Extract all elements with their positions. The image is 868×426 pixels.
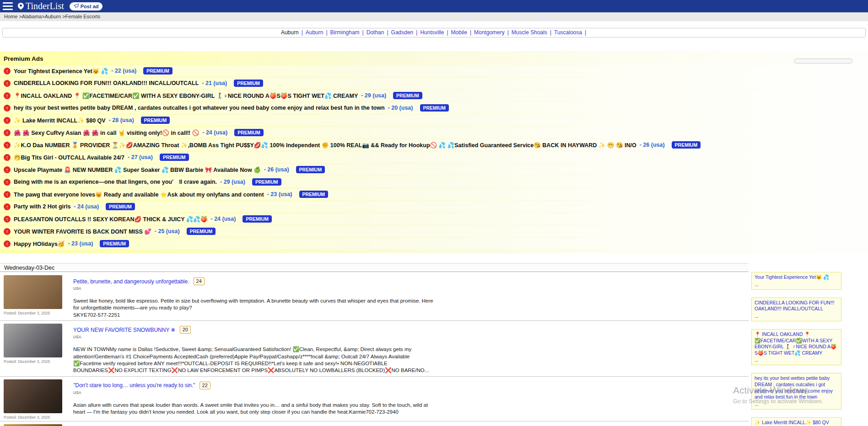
premium-ad-title-link[interactable]: 🌺 🌺 Sexy CuRvy Asian 🌺 🌺 in call 🤘 visit…: [14, 129, 199, 136]
premium-ad-age: - 26 (usa): [640, 142, 665, 148]
premium-badge: PREMIUM: [143, 67, 173, 75]
sidebar-ad-title-link[interactable]: CINDERELLA LOOKING FOR FUN!!! OAKLAND!!!…: [755, 300, 838, 312]
sidebar-ad-ellipsis: ...: [755, 313, 838, 319]
premium-ad-age: - 27 (usa): [128, 154, 153, 160]
premium-ad-row[interactable]: PLEASANTON OUTCALLS !! SEXY KOREAN💋 THIC…: [0, 213, 868, 224]
listing-country: USA: [73, 390, 745, 395]
premium-ad-row[interactable]: hey its your best wettes petite baby DRE…: [0, 102, 868, 113]
premium-ad-row[interactable]: 🌺 🌺 Sexy CuRvy Asian 🌺 🌺 in call 🤘 visit…: [0, 127, 868, 138]
posted-date: Posted: December 3, 2025: [4, 415, 72, 420]
premium-ad-row[interactable]: CINDERELLA LOOKING FOR FUN!!! OAKLAND!!!…: [0, 78, 868, 89]
premium-ad-age: - 26 (usa): [264, 166, 289, 173]
premium-ad-title-link[interactable]: ✨ Lake Merritt INCALL✨ $80 QV: [14, 117, 106, 124]
up-arrow-icon: [4, 166, 11, 173]
premium-ad-row[interactable]: Being with me is an experience—one that …: [0, 176, 868, 187]
premium-ad-row[interactable]: Party with 2 Hot girls - 24 (usa) PREMIU…: [0, 201, 868, 212]
listing-title-link[interactable]: "Don't stare too long… unless you're rea…: [73, 382, 195, 389]
premium-ad-age: - 29 (usa): [220, 179, 245, 185]
up-arrow-icon: [4, 203, 11, 210]
premium-ad-row[interactable]: 🤭Big Tits Girl - OUTCALL Available 24/7 …: [0, 152, 868, 163]
listing-description: NEW IN TOWNMy name is Dallas !Seductive,…: [73, 346, 437, 374]
page: TinderList Post ad Home >Alabama>Auburn …: [0, 0, 868, 426]
city-separator: |: [470, 29, 471, 36]
post-ad-button[interactable]: Post ad: [70, 2, 103, 11]
listing-image-column: Posted: December 3, 2025: [4, 379, 72, 420]
premium-ad-age: - 24 (usa): [202, 129, 227, 136]
sidebar-ad-title-link[interactable]: 📍 INCALL OAKLAND 📍 ✅FACETIME/CAR✅WITH A …: [755, 331, 838, 357]
listing-title-link[interactable]: Petite, brunette, and dangerously unforg…: [73, 278, 189, 285]
premium-ad-title-link[interactable]: hey its your best wettes petite baby DRE…: [14, 105, 385, 111]
city-separator: |: [447, 29, 448, 36]
city-nav: Auburn|Auburn|Birmingham|Dothan|Gadsden|…: [2, 28, 866, 37]
listing-text-column: Petite, brunette, and dangerously unforg…: [73, 277, 745, 319]
posted-date: Posted: December 3, 2025: [4, 359, 72, 364]
sidebar-ad-title-link[interactable]: ✨ Lake Merritt INCALL✨ $80 QV: [755, 420, 838, 426]
up-arrow-icon: [4, 68, 11, 75]
listing-thumbnail[interactable]: [4, 275, 62, 309]
up-arrow-icon: [4, 92, 11, 99]
premium-ad-title-link[interactable]: Happy HOlidays🥳: [14, 240, 65, 247]
city-link[interactable]: Auburn: [306, 29, 323, 36]
premium-ad-row[interactable]: ✨K.O Daa NUMBER 🏅 PROVIDER ⏳✨💋AMAZING Th…: [0, 139, 868, 150]
listing-text-column: YOUR NEW FAVORITE SNOWBUNNY ❄ 20 USA NEW…: [73, 326, 745, 374]
premium-ad-title-link[interactable]: Your Tightest Experience Yet😼 💦: [14, 68, 108, 75]
empty-ad-placeholder: [794, 59, 852, 64]
up-arrow-icon: [4, 80, 11, 87]
listing-image-column: Posted: December 3, 2025: [4, 324, 72, 364]
hamburger-menu-icon[interactable]: [3, 2, 13, 10]
sidebar-ad-card[interactable]: hey its your best wettes petite baby DRE…: [751, 373, 841, 410]
premium-badge: PREMIUM: [243, 215, 272, 223]
date-header: Wednesday-03-Dec: [0, 263, 749, 272]
premium-ad-title-link[interactable]: 📍INCALL OAKLAND 📍 ✅FACETIME/CAR✅ WITH A …: [14, 92, 358, 99]
city-link[interactable]: Dothan: [367, 29, 384, 36]
premium-ad-row[interactable]: Your Tightest Experience Yet😼 💦 - 22 (us…: [0, 65, 868, 76]
premium-ad-title-link[interactable]: Being with me is an experience—one that …: [14, 178, 217, 186]
premium-ad-row[interactable]: Happy HOlidays🥳 - 23 (usa) PREMIUM: [0, 238, 868, 249]
sidebar-ad-card[interactable]: Your Tightest Experience Yet😼 💦 ...: [751, 272, 841, 290]
up-arrow-icon: [4, 228, 11, 235]
premium-ad-title-link[interactable]: Upscale Playmate 🚨 NEW NUMBER 💦 Super So…: [14, 166, 261, 173]
city-link[interactable]: Huntsville: [420, 29, 444, 36]
up-arrow-icon: [4, 179, 11, 186]
city-separator: |: [550, 29, 551, 36]
premium-ad-title-link[interactable]: Party with 2 Hot girls: [14, 203, 70, 210]
sidebar-ad-card[interactable]: 📍 INCALL OAKLAND 📍 ✅FACETIME/CAR✅WITH A …: [751, 329, 841, 366]
premium-ad-row[interactable]: YOUR WINTER FAVORITE IS BACK DONT MISS 💕…: [0, 226, 868, 237]
city-link[interactable]: Birmingham: [330, 29, 360, 36]
posted-date: Posted: December 3, 2025: [4, 311, 72, 315]
site-logo[interactable]: TinderList: [17, 1, 64, 11]
city-link[interactable]: Mobile: [451, 29, 467, 36]
sidebar-ad-card[interactable]: ✨ Lake Merritt INCALL✨ $80 QV ...: [751, 417, 841, 426]
premium-ad-title-link[interactable]: The pawg that everyone loves😼 Ready and …: [14, 191, 264, 198]
city-separator: |: [302, 29, 303, 36]
sidebar-ad-title-link[interactable]: hey its your best wettes petite baby DRE…: [755, 375, 838, 400]
sidebar-ad-title-link[interactable]: Your Tightest Experience Yet😼 💦: [755, 274, 838, 281]
city-link[interactable]: Gadsden: [391, 29, 414, 36]
listing-thumbnail[interactable]: [4, 324, 62, 357]
sidebar-premium-list: Your Tightest Experience Yet😼 💦 ... CIND…: [751, 272, 841, 426]
logo-text: TinderList: [26, 1, 64, 11]
listing-thumbnail[interactable]: [4, 424, 62, 426]
premium-ad-title-link[interactable]: 🤭Big Tits Girl - OUTCALL Available 24/7: [14, 154, 124, 161]
listing-thumbnail[interactable]: [4, 379, 62, 413]
premium-ad-title-link[interactable]: PLEASANTON OUTCALLS !! SEXY KOREAN💋 THIC…: [14, 216, 208, 223]
up-arrow-icon: [4, 154, 11, 161]
premium-ad-title-link[interactable]: ✨K.O Daa NUMBER 🏅 PROVIDER ⏳✨💋AMAZING Th…: [14, 142, 636, 149]
city-link[interactable]: Muscle Shoals: [512, 29, 547, 36]
up-arrow-icon: [4, 240, 11, 247]
premium-ad-age: - 28 (usa): [109, 117, 134, 123]
city-link[interactable]: Tuscaloosa: [554, 29, 582, 36]
breadcrumb[interactable]: Home >Alabama>Auburn >Female Escorts: [0, 12, 868, 21]
premium-ad-row[interactable]: 📍INCALL OAKLAND 📍 ✅FACETIME/CAR✅ WITH A …: [0, 90, 868, 101]
sidebar-ad-card[interactable]: CINDERELLA LOOKING FOR FUN!!! OAKLAND!!!…: [751, 298, 841, 321]
premium-ad-row[interactable]: The pawg that everyone loves😼 Ready and …: [0, 189, 868, 200]
listing-text-column: "Don't stare too long… unless you're rea…: [73, 382, 745, 416]
post-ad-label: Post ad: [81, 4, 99, 9]
city-link[interactable]: Montgomery: [474, 29, 505, 36]
premium-ad-row[interactable]: ✨ Lake Merritt INCALL✨ $80 QV - 28 (usa)…: [0, 115, 868, 126]
premium-ad-title-link[interactable]: YOUR WINTER FAVORITE IS BACK DONT MISS 💕: [14, 228, 151, 235]
premium-ad-row[interactable]: Upscale Playmate 🚨 NEW NUMBER 💦 Super So…: [0, 164, 868, 175]
listing-row: Posted: December 3, 2025 "Don't stare to…: [0, 377, 749, 421]
listing-title-link[interactable]: YOUR NEW FAVORITE SNOWBUNNY ❄: [73, 327, 176, 333]
premium-ad-title-link[interactable]: CINDERELLA LOOKING FOR FUN!!! OAKLAND!!!…: [14, 80, 199, 86]
